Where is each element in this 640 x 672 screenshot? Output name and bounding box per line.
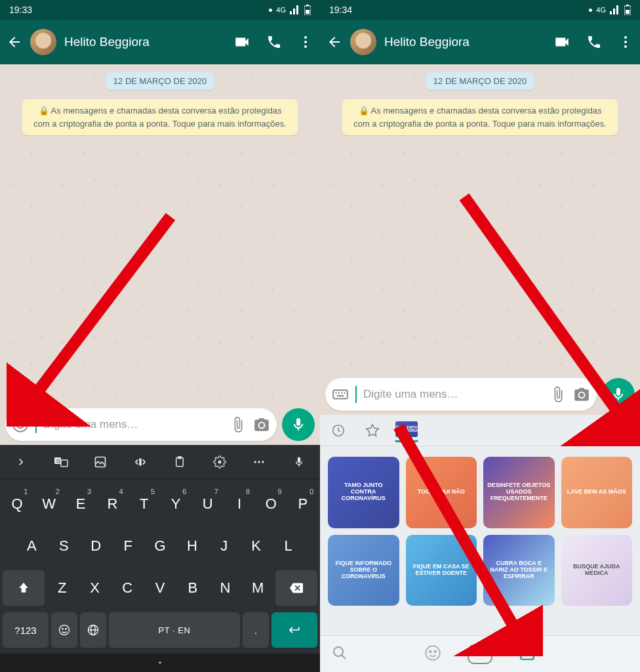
key-s[interactable]: S (49, 528, 79, 564)
message-input-row (320, 374, 640, 415)
attach-icon[interactable] (230, 416, 247, 433)
key-enter[interactable] (271, 612, 317, 648)
kb-mic-icon[interactable] (283, 449, 315, 475)
key-symbols[interactable]: ?123 (3, 612, 49, 648)
date-chip: 12 DE MARÇO DE 2020 (106, 72, 214, 90)
voice-call-icon[interactable] (586, 34, 602, 50)
svg-rect-27 (626, 5, 629, 6)
encryption-notice[interactable]: 🔒 As mensagens e chamadas desta conversa… (342, 99, 618, 135)
keyboard-row-2: A S D F G H J K L (3, 528, 317, 564)
svg-point-9 (260, 423, 264, 428)
status-bar: 19:34 4G (320, 0, 640, 20)
video-call-icon[interactable] (233, 33, 250, 51)
key-n[interactable]: N (210, 570, 241, 606)
kb-image-icon[interactable] (85, 449, 116, 475)
emoji-tab-icon[interactable] (424, 644, 441, 664)
key-period[interactable]: . (243, 612, 269, 648)
key-r[interactable]: R4 (98, 486, 127, 522)
key-f[interactable]: F (113, 528, 143, 564)
key-q[interactable]: Q1 (3, 486, 31, 522)
kb-translate-icon[interactable]: G (45, 449, 77, 475)
kb-clipboard-icon[interactable] (164, 449, 195, 475)
key-shift[interactable] (3, 570, 45, 606)
network-label: 4G (276, 6, 286, 14)
key-h[interactable]: H (177, 528, 207, 564)
attach-icon[interactable] (550, 386, 567, 403)
contact-name[interactable]: Helito Beggiora (64, 35, 226, 49)
svg-point-4 (304, 41, 307, 43)
key-c[interactable]: C (112, 570, 142, 606)
sticker-item[interactable]: FIQUE EM CASA SE ESTIVER DOENTE (406, 535, 477, 606)
keyboard[interactable]: G Q1 W2 E3 R4 T5 Y6 U7 I8 O9 P0 A (0, 445, 320, 672)
key-emoji[interactable] (51, 612, 77, 648)
key-backspace[interactable] (275, 570, 317, 606)
favorites-tab[interactable] (361, 419, 384, 442)
video-call-icon[interactable] (553, 33, 570, 51)
sticker-item[interactable]: DESINFETE OBJETOS USADOS FREQUENTEMENTE (483, 457, 555, 528)
svg-point-20 (262, 461, 264, 463)
more-icon[interactable] (298, 34, 313, 50)
svg-point-5 (304, 45, 307, 48)
sticker-tabs: TAMO JUNTO CORONAVÍRUS (320, 415, 640, 446)
message-input[interactable] (43, 418, 223, 431)
key-t[interactable]: T5 (130, 486, 159, 522)
key-j[interactable]: J (209, 528, 239, 564)
avatar[interactable] (30, 29, 56, 55)
camera-icon[interactable] (573, 386, 590, 403)
back-icon[interactable] (327, 34, 342, 50)
sticker-search-icon[interactable] (332, 645, 348, 663)
signal-icon (290, 5, 300, 14)
key-v[interactable]: V (145, 570, 175, 606)
voice-call-icon[interactable] (266, 34, 282, 50)
encryption-notice[interactable]: 🔒 As mensagens e chamadas desta conversa… (22, 99, 298, 135)
key-p[interactable]: P0 (289, 486, 317, 522)
mic-button[interactable] (282, 408, 315, 441)
back-icon[interactable] (7, 34, 22, 50)
key-i[interactable]: I8 (225, 486, 254, 522)
kb-more-icon[interactable] (243, 449, 275, 475)
key-e[interactable]: E3 (66, 486, 95, 522)
keyboard-icon[interactable] (332, 386, 349, 403)
key-w[interactable]: W2 (34, 486, 63, 522)
key-y[interactable]: Y6 (161, 486, 190, 522)
recent-tab[interactable] (327, 419, 350, 442)
key-z[interactable]: Z (47, 570, 77, 606)
sticker-item[interactable]: BUSQUE AJUDA MÉDICA (561, 535, 633, 606)
svg-rect-35 (341, 392, 342, 394)
add-stickers-button[interactable] (610, 419, 633, 442)
avatar[interactable] (350, 29, 376, 55)
key-a[interactable]: A (17, 528, 47, 564)
key-d[interactable]: D (81, 528, 111, 564)
sticker-pack-tab[interactable]: TAMO JUNTO CORONAVÍRUS (395, 419, 418, 442)
key-o[interactable]: O9 (256, 486, 285, 522)
message-input-row (0, 404, 320, 445)
camera-icon[interactable] (253, 416, 270, 433)
kb-settings-icon[interactable] (204, 449, 235, 475)
key-x[interactable]: X (80, 570, 110, 606)
sticker-item[interactable]: TOCA AQUI NÃO (406, 457, 477, 528)
nav-chevron-icon[interactable] (153, 658, 167, 667)
key-l[interactable]: L (273, 528, 303, 564)
key-g[interactable]: G (146, 528, 175, 564)
chat-area: 12 DE MARÇO DE 2020 🔒 As mensagens e cha… (0, 64, 320, 404)
sticker-item[interactable]: TAMO JUNTO CONTRA CORONAVÍRUS (328, 457, 399, 528)
gif-tab-icon[interactable]: GIF (468, 644, 492, 664)
kb-text-icon[interactable] (125, 449, 156, 475)
key-m[interactable]: M (243, 570, 273, 606)
sticker-item[interactable]: FIQUE INFORMADO SOBRE O CORONAVÍRUS (328, 535, 399, 606)
more-icon[interactable] (618, 34, 633, 50)
key-k[interactable]: K (241, 528, 271, 564)
emoji-icon[interactable] (12, 416, 29, 433)
key-globe[interactable] (80, 612, 106, 648)
key-u[interactable]: U7 (193, 486, 222, 522)
key-space[interactable]: PT · EN (109, 612, 240, 648)
message-input[interactable] (363, 388, 543, 401)
mic-button[interactable] (602, 378, 635, 411)
sticker-item[interactable]: LAVE BEM AS MÃOS (561, 457, 633, 528)
contact-name[interactable]: Helito Beggiora (384, 35, 546, 49)
key-b[interactable]: B (178, 570, 208, 606)
sticker-tab-icon[interactable] (519, 644, 536, 664)
kb-chevron-icon[interactable] (5, 449, 37, 475)
sticker-item[interactable]: CUBRA BOCA E NARIZ AO TOSSIR E ESPIRRAR (483, 535, 555, 606)
keyboard-row-3: Z X C V B N M (3, 570, 317, 606)
